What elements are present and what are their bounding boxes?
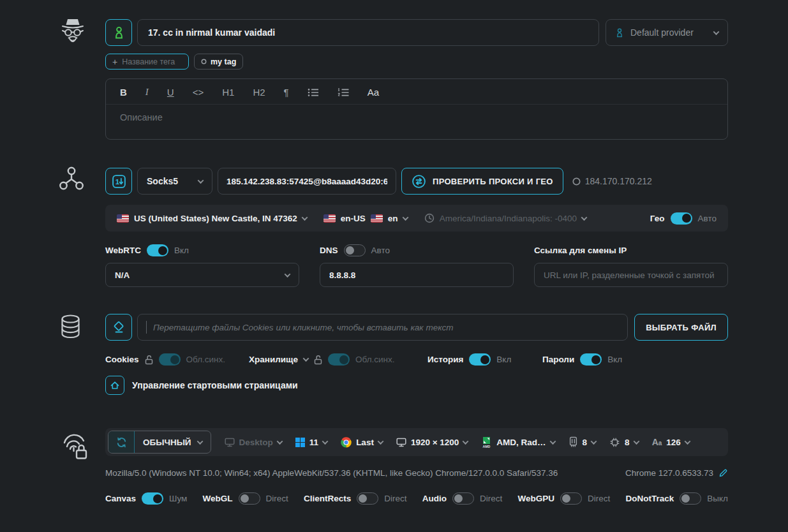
amd-logo-icon: AMD <box>481 436 492 448</box>
webgpu-toggle[interactable] <box>560 492 582 505</box>
browser-version-select[interactable]: Last <box>341 437 383 448</box>
dns-input[interactable] <box>329 270 504 280</box>
gpu-select[interactable]: AMD AMD, Rad… <box>481 436 554 448</box>
chevron-down-icon <box>713 29 720 35</box>
font-case-button[interactable]: Aa <box>368 87 379 97</box>
tag-name-input[interactable] <box>122 57 176 66</box>
cookies-sync-toggle[interactable] <box>159 353 181 366</box>
fingerprint-mode-select[interactable]: ОБЫЧНЫЙ <box>135 431 211 453</box>
regenerate-fingerprint-button[interactable] <box>108 431 135 454</box>
bold-button[interactable]: B <box>120 87 127 97</box>
ip-change-input[interactable] <box>544 270 718 280</box>
heading2-button[interactable]: H2 <box>253 87 265 97</box>
platform-select[interactable]: Desktop <box>225 438 282 447</box>
italic-button[interactable]: I <box>145 87 149 97</box>
bullet-list-button[interactable] <box>308 88 319 97</box>
proxy-traffic-button[interactable]: 1 <box>105 168 132 195</box>
ram-select[interactable]: 8 <box>569 436 597 448</box>
start-pages-label[interactable]: Управление стартовыми страницами <box>132 380 298 390</box>
webgl-toggle[interactable] <box>239 492 260 505</box>
cpu-icon <box>609 437 620 448</box>
cookies-dropzone[interactable] <box>137 314 628 341</box>
gpu-value: AMD, Rad… <box>496 438 546 447</box>
proxy-provider-select[interactable]: Default provider <box>606 19 728 46</box>
canvas-toggle[interactable] <box>142 492 163 505</box>
chevron-down-icon <box>301 214 308 221</box>
geo-label: Гео <box>650 214 665 223</box>
webrtc-label: WebRTC <box>105 246 141 255</box>
check-proxy-label: ПРОВЕРИТЬ ПРОКСИ И ГЕО <box>433 177 553 186</box>
webrtc-toggle-group: WebRTC Вкл <box>105 244 299 256</box>
fonts-icon: Aa <box>652 437 662 447</box>
ram-value: 8 <box>583 438 588 447</box>
webgpu-label: WebGPU <box>518 494 555 503</box>
storage-sync-toggle[interactable] <box>328 353 350 366</box>
donottrack-state: Выкл <box>707 494 728 503</box>
webgpu-state: Direct <box>588 494 610 503</box>
clientrects-toggle[interactable] <box>357 492 378 505</box>
fonts-value: 126 <box>666 438 681 447</box>
tag-chip[interactable]: my tag <box>194 54 243 70</box>
description-placeholder[interactable]: Описание <box>106 105 727 130</box>
circle-status-icon <box>572 177 581 186</box>
chevron-down-icon[interactable] <box>303 355 309 362</box>
fonts-select[interactable]: Aa 126 <box>652 437 690 447</box>
donottrack-switch-group: DoNotTrack Выкл <box>626 492 728 505</box>
cookies-paste-input[interactable] <box>153 323 619 332</box>
editor-toolbar: B I U <> H1 H2 ¶ <box>106 79 727 105</box>
webrtc-toggle[interactable] <box>147 244 168 256</box>
audio-state: Direct <box>480 494 502 503</box>
clientrects-switch-group: ClientRects Direct <box>304 492 407 505</box>
audio-toggle[interactable] <box>452 492 474 505</box>
user-agent-row: Mozilla/5.0 (Windows NT 10.0; Win64; x64… <box>105 468 728 478</box>
paragraph-button[interactable]: ¶ <box>284 87 289 97</box>
numbered-list-icon <box>338 88 349 97</box>
proxy-type-value: Socks5 <box>147 176 192 186</box>
cpu-value: 8 <box>625 438 630 447</box>
cpu-select[interactable]: 8 <box>609 437 639 448</box>
cookies-section-database-icon <box>59 314 82 344</box>
history-group: История Вкл <box>427 353 542 366</box>
webgl-state: Direct <box>266 494 288 503</box>
fingerprint-mode-control[interactable]: ОБЫЧНЫЙ <box>108 431 211 454</box>
resolution-select[interactable]: 1920 × 1200 <box>396 438 468 447</box>
numbered-list-button[interactable] <box>338 88 349 97</box>
code-button[interactable]: <> <box>193 87 204 97</box>
os-version-value: 11 <box>309 438 318 447</box>
geo-location-select[interactable]: US (United States) New Castle, IN 47362 <box>117 214 307 223</box>
monitor-icon <box>396 438 406 447</box>
proxy-type-select[interactable]: Socks5 <box>137 168 212 195</box>
edit-pencil-icon[interactable] <box>718 468 728 478</box>
geo-bar: US (United States) New Castle, IN 47362 … <box>105 205 728 232</box>
profile-status-button[interactable] <box>105 19 132 46</box>
donottrack-toggle[interactable] <box>680 492 701 505</box>
webrtc-value-select[interactable]: N/A <box>105 263 299 287</box>
canvas-switch-group: Canvas Шум <box>105 492 187 505</box>
chevron-down-icon <box>377 438 383 445</box>
geo-toggle[interactable] <box>671 212 692 225</box>
clear-cookies-button[interactable] <box>105 314 132 341</box>
profile-name-input[interactable] <box>137 19 599 46</box>
chevron-down-icon <box>197 438 203 445</box>
heading1-button[interactable]: H1 <box>222 87 234 97</box>
choose-file-button[interactable]: ВЫБРАТЬ ФАЙЛ <box>634 314 728 341</box>
chevron-down-icon <box>633 438 639 445</box>
timezone-select[interactable]: America/Indiana/Indianapolis: -0400 <box>424 213 586 223</box>
underline-button[interactable]: U <box>167 87 174 97</box>
fingerprint-mode-value: ОБЫЧНЫЙ <box>143 438 191 447</box>
check-proxy-button[interactable]: ПРОВЕРИТЬ ПРОКСИ И ГЕО <box>401 168 563 195</box>
clientrects-state: Direct <box>384 494 406 503</box>
dns-toggle[interactable] <box>344 244 366 256</box>
text-caret <box>146 321 147 334</box>
start-pages-button[interactable] <box>105 376 124 395</box>
chevron-down-icon <box>285 271 291 277</box>
passwords-toggle[interactable] <box>580 353 602 366</box>
ip-change-field <box>534 263 728 287</box>
proxy-address-input[interactable] <box>218 168 396 195</box>
language-select[interactable]: en-US en <box>323 214 408 223</box>
history-toggle[interactable] <box>469 353 491 366</box>
connection-labels-row: WebRTC Вкл DNS Авто Ссылка для смены IP <box>105 244 728 256</box>
browser-build-value: Chrome 127.0.6533.73 <box>625 468 713 478</box>
os-version-select[interactable]: 11 <box>295 438 327 447</box>
add-tag-input[interactable]: + <box>105 54 189 70</box>
